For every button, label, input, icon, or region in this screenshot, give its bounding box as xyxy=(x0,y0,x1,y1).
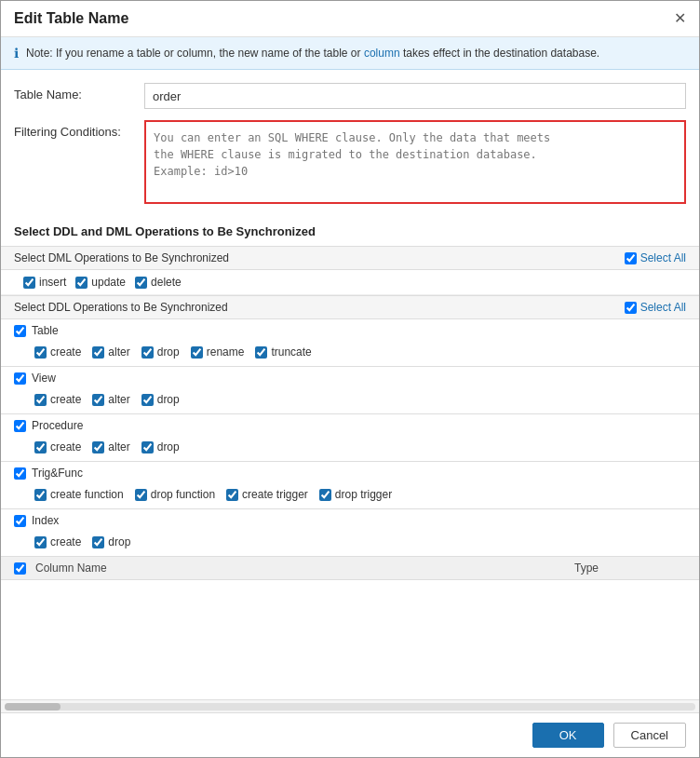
ddl-header-label: Select DDL Operations to Be Synchronized xyxy=(14,301,228,314)
info-text: Note: If you rename a table or column, t… xyxy=(26,45,599,61)
procedure-drop: drop xyxy=(141,440,180,453)
table-name-input[interactable] xyxy=(144,83,686,109)
ddl-view-items: create alter drop xyxy=(1,389,699,413)
trigfunc-drop-function: drop function xyxy=(135,488,215,501)
ddl-trigfunc-label: Trig&Func xyxy=(32,467,83,480)
dml-update-label: update xyxy=(91,276,126,289)
view-drop: drop xyxy=(141,393,180,406)
ddl-header-row: Select DDL Operations to Be Synchronized… xyxy=(1,295,699,319)
ddl-view-label: View xyxy=(32,372,56,385)
edit-table-name-dialog: Edit Table Name ✕ ℹ Note: If you rename … xyxy=(0,0,700,758)
table-name-label: Table Name: xyxy=(14,83,144,102)
table-truncate-checkbox[interactable] xyxy=(255,346,267,359)
info-banner: ℹ Note: If you rename a table or column,… xyxy=(1,37,699,70)
close-button[interactable]: ✕ xyxy=(674,11,686,26)
table-rename: rename xyxy=(191,345,245,359)
dml-insert: insert xyxy=(23,276,66,289)
index-create: create xyxy=(34,535,81,548)
column-table-header: Column Name Type xyxy=(1,557,699,580)
horizontal-scrollbar[interactable] xyxy=(1,699,699,712)
index-create-checkbox[interactable] xyxy=(34,536,47,548)
table-alter: alter xyxy=(92,345,129,359)
trigfunc-create-trigger-checkbox[interactable] xyxy=(226,489,238,501)
dml-select-all-label: Select All xyxy=(640,251,686,264)
index-drop-checkbox[interactable] xyxy=(92,536,104,548)
view-alter: alter xyxy=(92,393,129,406)
table-create: create xyxy=(34,345,81,359)
dml-header-row: Select DML Operations to Be Synchronized… xyxy=(1,247,699,270)
dml-insert-checkbox[interactable] xyxy=(23,277,35,289)
ddl-procedure-checkbox[interactable] xyxy=(14,420,26,432)
index-drop: drop xyxy=(92,535,130,548)
ok-button[interactable]: OK xyxy=(532,723,604,748)
trigfunc-drop-trigger-checkbox[interactable] xyxy=(319,489,331,501)
procedure-create: create xyxy=(34,440,81,453)
view-create-checkbox[interactable] xyxy=(34,394,47,406)
ddl-procedure-label: Procedure xyxy=(32,419,83,432)
view-drop-checkbox[interactable] xyxy=(141,394,154,406)
ddl-table-label: Table xyxy=(32,324,59,337)
ddl-index-items: create drop xyxy=(1,532,699,556)
info-icon: ℹ xyxy=(14,46,19,61)
dml-select-all-checkbox[interactable] xyxy=(625,252,637,264)
scrollbar-thumb[interactable] xyxy=(5,703,61,711)
ddl-view-group: View create alter drop xyxy=(1,367,699,414)
ddl-procedure-items: create alter drop xyxy=(1,437,699,461)
dml-delete-checkbox[interactable] xyxy=(135,277,147,289)
scrollbar-track xyxy=(5,703,695,711)
ddl-trigfunc-items: create function drop function create tri… xyxy=(1,484,699,508)
ddl-index-label: Index xyxy=(32,514,59,527)
view-alter-checkbox[interactable] xyxy=(92,394,104,406)
table-create-checkbox[interactable] xyxy=(34,346,47,359)
trigfunc-create-function: create function xyxy=(34,488,124,501)
ddl-index-checkbox[interactable] xyxy=(14,515,26,527)
ddl-table-header: Table xyxy=(1,319,699,342)
table-name-row: Table Name: xyxy=(14,83,686,109)
dialog-footer: OK Cancel xyxy=(1,712,699,757)
form-area: Table Name: Filtering Conditions: xyxy=(1,70,699,215)
ddl-procedure-header: Procedure xyxy=(1,414,699,437)
dml-operations: insert update delete xyxy=(1,270,699,295)
dml-header-label: Select DML Operations to Be Synchronized xyxy=(14,251,229,264)
filtering-textarea[interactable] xyxy=(144,120,686,204)
dml-update-checkbox[interactable] xyxy=(75,277,88,289)
ddl-select-all-checkbox[interactable] xyxy=(625,302,637,314)
ddl-trigfunc-checkbox[interactable] xyxy=(14,467,26,480)
ddl-table-checkbox[interactable] xyxy=(14,325,26,337)
ops-container: Select DML Operations to Be Synchronized… xyxy=(1,246,699,699)
dml-delete: delete xyxy=(135,276,182,289)
cancel-button[interactable]: Cancel xyxy=(613,723,686,748)
ddl-trigfunc-header: Trig&Func xyxy=(1,462,699,484)
procedure-create-checkbox[interactable] xyxy=(34,441,47,453)
filtering-label: Filtering Conditions: xyxy=(14,120,144,139)
procedure-alter-checkbox[interactable] xyxy=(92,441,104,453)
ddl-procedure-group: Procedure create alter drop xyxy=(1,414,699,462)
dialog-title: Edit Table Name xyxy=(14,10,128,27)
trigfunc-drop-trigger: drop trigger xyxy=(319,488,392,501)
dml-delete-label: delete xyxy=(151,276,182,289)
trigfunc-create-trigger: create trigger xyxy=(226,488,308,501)
table-alter-checkbox[interactable] xyxy=(92,346,104,359)
section-header: Select DDL and DML Operations to Be Sync… xyxy=(1,215,699,246)
column-name-header: Column Name xyxy=(35,562,565,575)
table-truncate: truncate xyxy=(255,345,311,359)
dml-select-all[interactable]: Select All xyxy=(625,251,686,264)
dml-insert-label: insert xyxy=(39,276,66,289)
trigfunc-drop-function-checkbox[interactable] xyxy=(135,489,147,501)
ddl-table-items: create alter drop rename truncate xyxy=(1,342,699,366)
ddl-select-all[interactable]: Select All xyxy=(625,301,686,314)
table-drop-checkbox[interactable] xyxy=(141,346,154,359)
title-bar: Edit Table Name ✕ xyxy=(1,1,699,37)
ddl-trigfunc-group: Trig&Func create function drop function … xyxy=(1,462,699,509)
column-type-header: Type xyxy=(574,562,686,575)
ddl-select-all-label: Select All xyxy=(640,301,686,314)
ddl-index-header: Index xyxy=(1,509,699,532)
trigfunc-create-function-checkbox[interactable] xyxy=(34,489,47,501)
procedure-drop-checkbox[interactable] xyxy=(141,441,154,453)
table-drop: drop xyxy=(141,345,180,359)
view-create: create xyxy=(34,393,81,406)
ddl-index-group: Index create drop xyxy=(1,509,699,557)
ddl-view-checkbox[interactable] xyxy=(14,372,26,385)
table-rename-checkbox[interactable] xyxy=(191,346,203,359)
column-select-all-checkbox[interactable] xyxy=(14,562,26,575)
